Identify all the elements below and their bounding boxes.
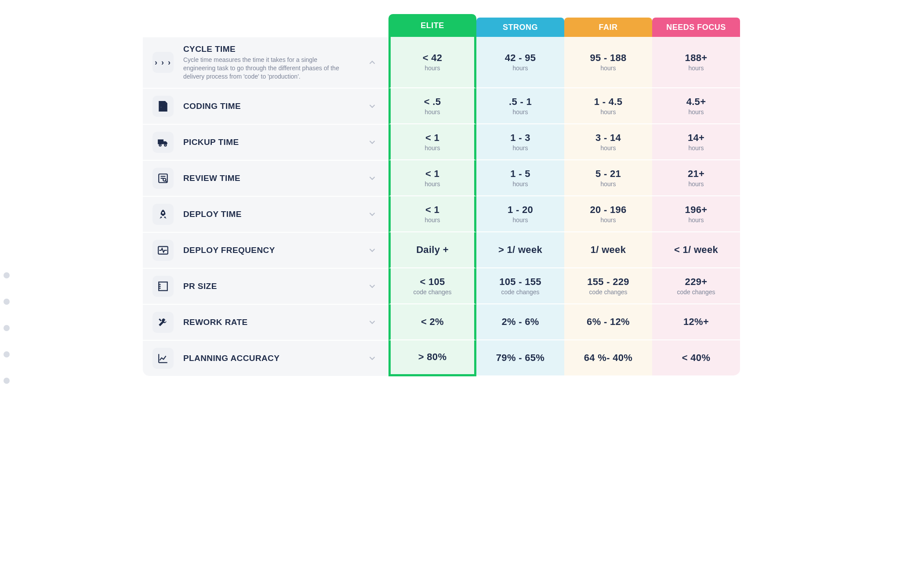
cell-cycle-time-elite: < 42hours (388, 37, 476, 88)
cell-value: 196+ (685, 204, 708, 216)
cell-planning-accuracy-fair: 64 %- 40% (564, 340, 652, 376)
cell-value: 105 - 155 (499, 276, 541, 288)
cell-unit: hours (688, 180, 704, 188)
rocket-icon (152, 204, 174, 225)
cell-value: < 2% (421, 316, 444, 328)
metric-row-pr-size[interactable]: PR SIZE (142, 268, 388, 304)
cell-deploy-time-elite: < 1hours (388, 196, 476, 232)
cell-deploy-time-focus: 196+hours (652, 196, 740, 232)
cell-value: Daily + (416, 244, 449, 256)
benchmarks-table: ELITE STRONG FAIR NEEDS FOCUS › › ›CYCLE… (142, 18, 740, 376)
chevron-down-icon[interactable] (366, 352, 378, 364)
cell-pr-size-focus: 229+code changes (652, 268, 740, 304)
cell-value: > 1/ week (498, 244, 542, 256)
chevron-down-icon[interactable] (366, 100, 378, 112)
header-needs-focus: NEEDS FOCUS (652, 18, 740, 37)
cell-unit: hours (425, 108, 440, 115)
metric-title: REWORK RATE (183, 317, 356, 327)
cell-coding-time-focus: 4.5+hours (652, 88, 740, 124)
cell-planning-accuracy-focus: < 40% (652, 340, 740, 376)
cell-value: < 40% (682, 352, 711, 364)
cell-unit: hours (425, 216, 440, 224)
chart-icon (152, 348, 174, 369)
cell-value: 155 - 229 (587, 276, 629, 288)
metric-row-pickup-time[interactable]: PICKUP TIME (142, 124, 388, 160)
cell-unit: hours (425, 180, 440, 188)
cell-value: < 1/ week (674, 244, 718, 256)
cell-pr-size-fair: 155 - 229code changes (564, 268, 652, 304)
cell-value: 12%+ (683, 316, 709, 328)
cell-pr-size-elite: < 105code changes (388, 268, 476, 304)
pulse-icon (152, 240, 174, 261)
cell-value: 95 - 188 (590, 52, 626, 64)
cell-value: 5 - 21 (595, 168, 621, 180)
cell-pickup-time-focus: 14+hours (652, 124, 740, 160)
cell-cycle-time-focus: 188+hours (652, 37, 740, 88)
cell-unit: hours (600, 180, 616, 188)
header-elite: ELITE (388, 14, 476, 37)
metric-row-deploy-frequency[interactable]: DEPLOY FREQUENCY (142, 232, 388, 268)
cell-review-time-fair: 5 - 21hours (564, 160, 652, 196)
tools-icon (152, 312, 174, 333)
cell-unit: hours (512, 180, 528, 188)
cell-unit: code changes (501, 289, 539, 296)
chevron-down-icon[interactable] (366, 316, 378, 328)
cell-unit: hours (600, 108, 616, 115)
cell-rework-rate-fair: 6% - 12% (564, 304, 652, 340)
cell-unit: hours (512, 216, 528, 224)
cell-cycle-time-fair: 95 - 188hours (564, 37, 652, 88)
chevron-down-icon[interactable] (366, 280, 378, 292)
cell-value: < .5 (424, 96, 441, 108)
cell-unit: hours (425, 65, 440, 72)
cell-unit: hours (688, 144, 704, 152)
cell-value: < 42 (423, 52, 443, 64)
cell-unit: hours (688, 216, 704, 224)
cell-pickup-time-elite: < 1hours (388, 124, 476, 160)
cell-unit: hours (425, 144, 440, 152)
cell-deploy-frequency-focus: < 1/ week (652, 232, 740, 268)
metric-row-coding-time[interactable]: CODING TIME (142, 88, 388, 124)
cell-pr-size-strong: 105 - 155code changes (476, 268, 564, 304)
metric-row-rework-rate[interactable]: REWORK RATE (142, 304, 388, 340)
metric-row-deploy-time[interactable]: DEPLOY TIME (142, 196, 388, 232)
cell-value: 14+ (688, 132, 704, 144)
cell-coding-time-strong: .5 - 1hours (476, 88, 564, 124)
cycle-icon: › › › (152, 52, 174, 73)
metric-row-review-time[interactable]: REVIEW TIME (142, 160, 388, 196)
truck-icon (152, 132, 174, 153)
cell-value: 79% - 65% (496, 352, 544, 364)
chevron-down-icon[interactable] (366, 136, 378, 148)
cell-value: 1 - 3 (510, 132, 530, 144)
cell-value: 42 - 95 (505, 52, 536, 64)
cell-review-time-strong: 1 - 5hours (476, 160, 564, 196)
metric-description: Cycle time measures the time it takes fo… (183, 56, 350, 81)
header-corner (142, 18, 388, 37)
metric-title: DEPLOY FREQUENCY (183, 245, 356, 255)
cell-value: > 80% (418, 351, 447, 363)
cell-value: 188+ (685, 52, 708, 64)
cell-value: < 1 (425, 132, 439, 144)
chevron-up-icon[interactable] (366, 56, 378, 69)
cell-value: 1 - 5 (510, 168, 530, 180)
chevron-down-icon[interactable] (366, 172, 378, 184)
metric-row-cycle-time[interactable]: › › ›CYCLE TIMECycle time measures the t… (142, 37, 388, 88)
metric-row-planning-accuracy[interactable]: PLANNING ACCURACY (142, 340, 388, 376)
header-strong: STRONG (476, 18, 564, 37)
metric-title: PR SIZE (183, 281, 356, 291)
code-file-icon (152, 96, 174, 117)
cell-deploy-frequency-strong: > 1/ week (476, 232, 564, 268)
cell-unit: hours (600, 144, 616, 152)
cell-planning-accuracy-strong: 79% - 65% (476, 340, 564, 376)
cell-value: 64 %- 40% (584, 352, 632, 364)
cell-value: 2% - 6% (501, 316, 539, 328)
cell-unit: hours (512, 108, 528, 115)
cell-value: 6% - 12% (587, 316, 630, 328)
cell-value: .5 - 1 (509, 96, 532, 108)
chevron-down-icon[interactable] (366, 244, 378, 256)
metric-title: REVIEW TIME (183, 173, 356, 183)
cell-rework-rate-elite: < 2% (388, 304, 476, 340)
cell-unit: code changes (677, 289, 715, 296)
cell-unit: hours (600, 65, 616, 72)
chevron-down-icon[interactable] (366, 208, 378, 220)
metric-title: CYCLE TIME (183, 44, 356, 54)
